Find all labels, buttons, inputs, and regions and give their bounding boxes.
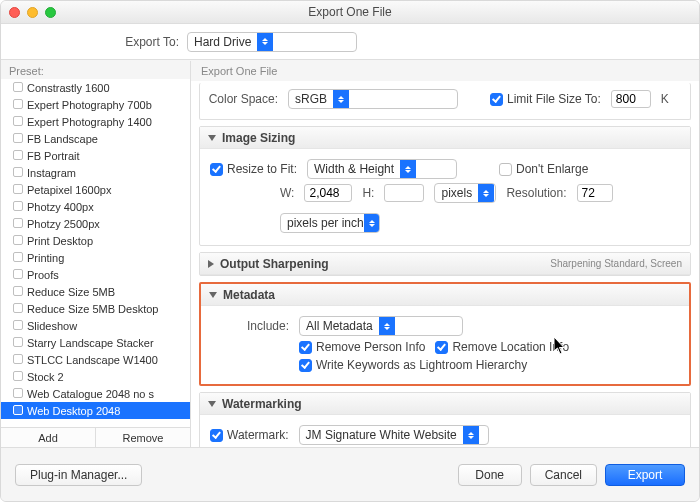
preset-item[interactable]: Reduce Size 5MB <box>1 283 190 300</box>
plugin-manager-button[interactable]: Plug-in Manager... <box>15 464 142 486</box>
preset-item[interactable]: Expert Photography 700b <box>1 96 190 113</box>
preset-item[interactable]: Proofs <box>1 266 190 283</box>
export-to-select[interactable]: Hard Drive <box>187 32 357 52</box>
preset-item[interactable]: Stock 2 <box>1 368 190 385</box>
preset-item[interactable]: Web Desktop 2048 <box>1 402 190 419</box>
export-dialog: Export One File Export To: Hard Drive Pr… <box>0 0 700 502</box>
preset-label: Instagram <box>27 167 76 179</box>
settings-scroll[interactable]: Color Space: sRGB Limit File Size To: <box>191 81 699 447</box>
dont-enlarge-checkbox[interactable]: Don't Enlarge <box>499 162 588 176</box>
checkbox-icon <box>299 359 312 372</box>
traffic-lights <box>9 7 56 18</box>
preset-remove-button[interactable]: Remove <box>95 428 190 447</box>
resolution-label: Resolution: <box>506 186 566 200</box>
resolution-input[interactable] <box>577 184 613 202</box>
window-title: Export One File <box>1 5 699 19</box>
width-label: W: <box>280 186 294 200</box>
settings-header: Export One File <box>191 61 699 81</box>
preset-sidebar: Preset: Constrastly 1600Expert Photograp… <box>1 61 191 447</box>
preset-label: Photzy 400px <box>27 201 94 213</box>
settings-panel: Export One File Color Space: sRGB <box>191 61 699 447</box>
checkbox-icon <box>13 286 23 296</box>
preset-item[interactable]: Expert Photography 1400 <box>1 113 190 130</box>
height-label: H: <box>362 186 374 200</box>
color-space-label: Color Space: <box>200 92 278 106</box>
disclosure-triangle-icon <box>208 135 216 141</box>
preset-label: FB Portrait <box>27 150 80 162</box>
resize-to-fit-checkbox[interactable]: Resize to Fit: <box>210 162 297 176</box>
checkbox-icon <box>435 341 448 354</box>
include-select[interactable]: All Metadata <box>299 316 463 336</box>
metadata-header[interactable]: Metadata <box>201 284 689 306</box>
checkbox-icon <box>490 93 503 106</box>
checkbox-icon <box>299 341 312 354</box>
limit-filesize-checkbox[interactable]: Limit File Size To: <box>490 92 601 106</box>
preset-item[interactable]: Constrastly 1600 <box>1 79 190 96</box>
checkbox-icon <box>210 429 223 442</box>
preset-item[interactable]: Web Catalogue 2048 no s <box>1 385 190 402</box>
limit-filesize-unit: K <box>661 92 669 106</box>
preset-item[interactable]: Instagram <box>1 164 190 181</box>
preset-add-button[interactable]: Add <box>1 428 95 447</box>
preset-item[interactable]: Photzy 400px <box>1 198 190 215</box>
metadata-section: Metadata Include: All Metadata <box>199 282 691 386</box>
preset-item[interactable]: Print Desktop <box>1 232 190 249</box>
preset-label: Photzy 2500px <box>27 218 100 230</box>
output-sharpening-header[interactable]: Output Sharpening Sharpening Standard, S… <box>200 253 690 275</box>
cancel-button[interactable]: Cancel <box>530 464 597 486</box>
close-window-button[interactable] <box>9 7 20 18</box>
watermark-select[interactable]: JM Signature White Website <box>299 425 489 445</box>
remove-person-checkbox[interactable]: Remove Person Info <box>299 340 425 354</box>
preset-item[interactable]: STLCC Landscape W1400 <box>1 351 190 368</box>
checkbox-icon <box>13 320 23 330</box>
chevron-updown-icon <box>333 90 349 108</box>
checkbox-icon <box>13 252 23 262</box>
disclosure-triangle-icon <box>209 292 217 298</box>
image-sizing-header[interactable]: Image Sizing <box>200 127 690 149</box>
resolution-unit-select[interactable]: pixels per inch <box>280 213 380 233</box>
checkbox-icon <box>13 201 23 211</box>
preset-item[interactable]: FB Portrait <box>1 147 190 164</box>
zoom-window-button[interactable] <box>45 7 56 18</box>
preset-label: Constrastly 1600 <box>27 82 110 94</box>
watermarking-header[interactable]: Watermarking <box>200 393 690 415</box>
preset-label: Print Desktop <box>27 235 93 247</box>
checkbox-icon <box>13 235 23 245</box>
checkbox-icon <box>13 269 23 279</box>
write-keywords-checkbox[interactable]: Write Keywords as Lightroom Hierarchy <box>299 358 527 372</box>
width-input[interactable] <box>304 184 352 202</box>
minimize-window-button[interactable] <box>27 7 38 18</box>
preset-add-remove: Add Remove <box>1 427 190 447</box>
preset-item[interactable]: Starry Landscape Stacker <box>1 334 190 351</box>
checkbox-icon <box>13 99 23 109</box>
preset-label: Web Catalogue 2048 no s <box>27 388 154 400</box>
preset-label: Petapixel 1600px <box>27 184 111 196</box>
preset-item[interactable]: Petapixel 1600px <box>1 181 190 198</box>
done-button[interactable]: Done <box>458 464 522 486</box>
checkbox-icon <box>13 167 23 177</box>
preset-item[interactable]: FB Landscape <box>1 130 190 147</box>
image-sizing-section: Image Sizing Resize to Fit: Width & Heig… <box>199 126 691 246</box>
chevron-updown-icon <box>379 317 395 335</box>
preset-list[interactable]: Constrastly 1600Expert Photography 700bE… <box>1 79 190 427</box>
limit-filesize-input[interactable] <box>611 90 651 108</box>
export-button[interactable]: Export <box>605 464 685 486</box>
remove-location-checkbox[interactable]: Remove Location Info <box>435 340 569 354</box>
chevron-updown-icon <box>257 33 273 51</box>
preset-item[interactable]: Photzy 2500px <box>1 215 190 232</box>
preset-item[interactable]: Printing <box>1 249 190 266</box>
preset-item[interactable]: Slideshow <box>1 317 190 334</box>
unit-select[interactable]: pixels <box>434 183 496 203</box>
color-space-select[interactable]: sRGB <box>288 89 458 109</box>
preset-label: Web Desktop 2048 <box>27 405 120 417</box>
checkbox-icon <box>13 184 23 194</box>
height-input[interactable] <box>384 184 424 202</box>
resize-mode-select[interactable]: Width & Height <box>307 159 457 179</box>
dialog-footer: Plug-in Manager... Done Cancel Export <box>1 447 699 501</box>
disclosure-triangle-icon <box>208 260 214 268</box>
preset-label: Reduce Size 5MB <box>27 286 115 298</box>
preset-label: Stock 2 <box>27 371 64 383</box>
preset-label: Proofs <box>27 269 59 281</box>
watermark-checkbox[interactable]: Watermark: <box>210 428 289 442</box>
preset-item[interactable]: Reduce Size 5MB Desktop <box>1 300 190 317</box>
